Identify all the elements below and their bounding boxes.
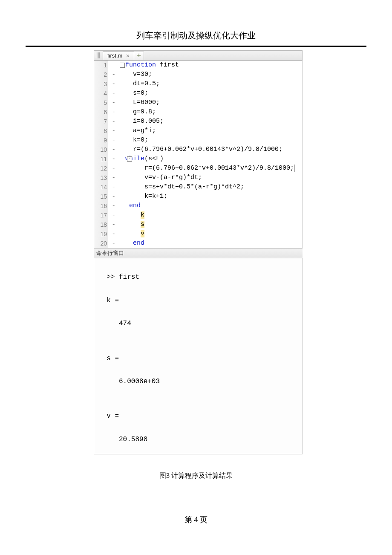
- code-line: 13 - v=v-(a-r*g)*dt;: [94, 173, 302, 182]
- fold-toggle-icon[interactable]: -: [127, 156, 132, 162]
- code-line: 3 - dt=0.5;: [94, 79, 302, 89]
- gutter: -: [108, 61, 125, 70]
- gutter: -: [108, 98, 125, 107]
- code-text: dt=0.5;: [125, 79, 302, 89]
- gutter: -: [108, 136, 125, 145]
- page-number: 第 4 页: [0, 515, 392, 525]
- gutter: -: [108, 145, 125, 154]
- header-rule: [26, 46, 366, 47]
- gutter: -: [108, 182, 125, 192]
- line-number: 10: [94, 145, 108, 154]
- line-number: 7: [94, 117, 108, 126]
- code-text: v=v-(a-r*g)*dt;: [125, 173, 302, 182]
- code-text: k=0;: [125, 136, 302, 145]
- gutter: -: [108, 220, 125, 229]
- line-number: 1: [94, 61, 108, 70]
- gutter: -: [108, 89, 125, 98]
- line-number: 2: [94, 70, 108, 79]
- figure-caption: 图3 计算程序及计算结果: [0, 471, 392, 480]
- gutter: -: [108, 229, 125, 239]
- output-s-value: 6.0008e+03: [119, 378, 160, 385]
- gutter: -: [108, 79, 125, 89]
- gutter: -: [108, 70, 125, 79]
- line-number: 5: [94, 98, 108, 107]
- code-text: s: [125, 220, 302, 229]
- close-icon[interactable]: ×: [126, 52, 130, 59]
- code-text: r=(6.796+0.062*v+0.00143*v^2)/9.8/1000;: [125, 145, 302, 154]
- code-line: 11 - -while(s<L): [94, 154, 302, 164]
- code-line: 19 - v: [94, 229, 302, 239]
- code-line: 18 - s: [94, 220, 302, 229]
- code-line: 1 -function first: [94, 61, 302, 70]
- new-tab-button[interactable]: +: [134, 52, 144, 60]
- code-line: 9 - k=0;: [94, 136, 302, 145]
- code-text: v: [125, 229, 302, 239]
- code-line: 8 - a=g*i;: [94, 126, 302, 136]
- output-k-value: 474: [119, 320, 131, 327]
- output-k-label: k =: [107, 297, 119, 304]
- code-line: 5 - L=6000;: [94, 98, 302, 107]
- output-command: >> first: [107, 273, 139, 281]
- gutter: -: [108, 117, 125, 126]
- gutter: - -: [108, 154, 125, 164]
- line-number: 12: [94, 164, 108, 173]
- line-number: 14: [94, 182, 108, 192]
- code-text: end: [125, 201, 302, 211]
- code-line: 16 - end: [94, 201, 302, 211]
- code-text: while(s<L): [125, 154, 302, 164]
- code-text: function first: [125, 61, 302, 70]
- output-v-label: v =: [107, 412, 119, 420]
- line-number: 6: [94, 107, 108, 117]
- line-number: 15: [94, 192, 108, 201]
- line-number: 17: [94, 211, 108, 220]
- output-v-value: 20.5898: [119, 436, 147, 443]
- fold-toggle-icon[interactable]: -: [120, 63, 125, 68]
- line-number: 19: [94, 229, 108, 239]
- page-title: 列车牵引制动及操纵优化大作业: [0, 30, 392, 41]
- code-text: r=(6.796+0.062*v+0.00143*v^2)/9.8/1000;: [125, 164, 302, 173]
- code-line: 10 - r=(6.796+0.062*v+0.00143*v^2)/9.8/1…: [94, 145, 302, 154]
- code-text: s=0;: [125, 89, 302, 98]
- code-line: 2 - v=30;: [94, 70, 302, 79]
- gutter: -: [108, 239, 125, 248]
- code-text: end: [125, 239, 302, 248]
- tab-filename: first.m: [107, 52, 122, 59]
- line-number: 3: [94, 79, 108, 89]
- line-number: 18: [94, 220, 108, 229]
- gutter: -: [108, 107, 125, 117]
- line-number: 13: [94, 173, 108, 182]
- line-number: 16: [94, 201, 108, 211]
- code-line: 4 - s=0;: [94, 89, 302, 98]
- code-text: s=s+v*dt+0.5*(a-r*g)*dt^2;: [125, 182, 302, 192]
- code-text: L=6000;: [125, 98, 302, 107]
- gutter: -: [108, 201, 125, 211]
- code-text: k=k+1;: [125, 192, 302, 201]
- gutter: -: [108, 192, 125, 201]
- matlab-editor-screenshot: first.m × + 1 -function first2 - v=30;3 …: [94, 50, 303, 454]
- line-number: 8: [94, 126, 108, 136]
- code-line: 7 - i=0.005;: [94, 117, 302, 126]
- command-window-label: 命令行窗口: [94, 248, 303, 258]
- line-number: 11: [94, 154, 108, 164]
- output-s-label: s =: [107, 355, 119, 362]
- command-window-output: >> first k = 474 s = 6.0008e+03 v = 20.5…: [94, 258, 303, 454]
- code-line: 17 - k: [94, 211, 302, 220]
- line-number: 4: [94, 89, 108, 98]
- code-text: a=g*i;: [125, 126, 302, 136]
- editor-tab-first[interactable]: first.m ×: [103, 51, 134, 60]
- code-text: g=9.8;: [125, 107, 302, 117]
- line-number: 20: [94, 239, 108, 248]
- document-page: 列车牵引制动及操纵优化大作业 first.m × + 1 -function f…: [0, 0, 392, 542]
- code-line: 20 - end: [94, 239, 302, 248]
- drag-handle-icon: [96, 52, 100, 58]
- gutter: -: [108, 173, 125, 182]
- gutter: -: [108, 164, 125, 173]
- code-text: v=30;: [125, 70, 302, 79]
- editor-tab-bar: first.m × +: [94, 50, 303, 61]
- line-number: 9: [94, 136, 108, 145]
- gutter: -: [108, 211, 125, 220]
- code-editor[interactable]: 1 -function first2 - v=30;3 - dt=0.5;4 -…: [94, 61, 303, 248]
- plus-icon: +: [137, 52, 141, 60]
- code-line: 6 - g=9.8;: [94, 107, 302, 117]
- code-line: 12 - r=(6.796+0.062*v+0.00143*v^2)/9.8/1…: [94, 164, 302, 173]
